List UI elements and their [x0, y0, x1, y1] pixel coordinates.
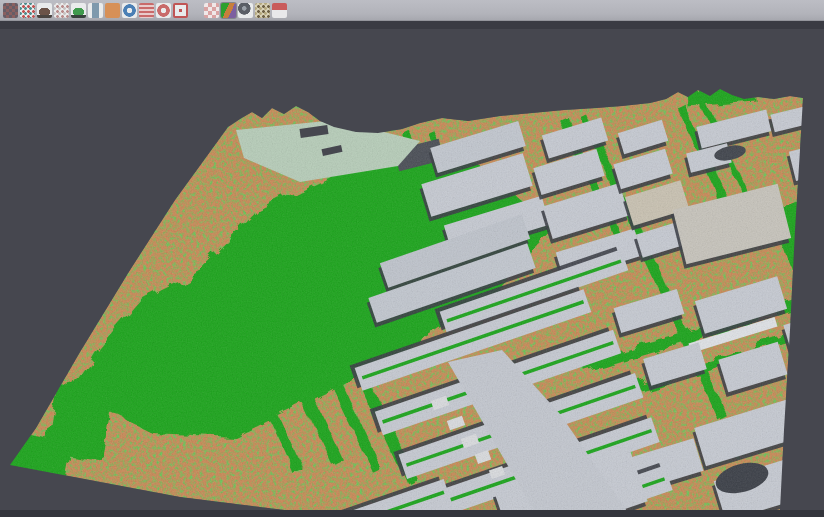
- sample-points-icon[interactable]: [20, 3, 35, 18]
- point-noise-layer: [0, 29, 824, 517]
- profile-column-icon[interactable]: [88, 3, 103, 18]
- filter-noise-icon[interactable]: [54, 3, 69, 18]
- viewport-3d[interactable]: [0, 29, 824, 517]
- dark-sphere-icon[interactable]: [238, 3, 253, 18]
- classification-map-icon[interactable]: [221, 3, 236, 18]
- layers-stack-icon[interactable]: [139, 3, 154, 18]
- point-cloud-scene: [0, 29, 824, 517]
- main-toolbar: [0, 0, 824, 21]
- circle-select-icon[interactable]: [156, 3, 171, 18]
- point-cloud-icon[interactable]: [3, 3, 18, 18]
- application-window: [0, 0, 824, 517]
- terrain-icon[interactable]: [71, 3, 86, 18]
- toolbar-separator: [0, 21, 824, 29]
- checker-mask-icon[interactable]: [204, 3, 219, 18]
- classified-point-cloud: [0, 29, 824, 517]
- window-bottom-edge: [0, 510, 824, 517]
- mesh-mound-icon[interactable]: [37, 3, 52, 18]
- globe-icon[interactable]: [122, 3, 137, 18]
- flag-split-icon[interactable]: [272, 3, 287, 18]
- crop-box-icon[interactable]: [173, 3, 188, 18]
- dem-sand-icon[interactable]: [255, 3, 270, 18]
- voxel-cube-icon[interactable]: [105, 3, 120, 18]
